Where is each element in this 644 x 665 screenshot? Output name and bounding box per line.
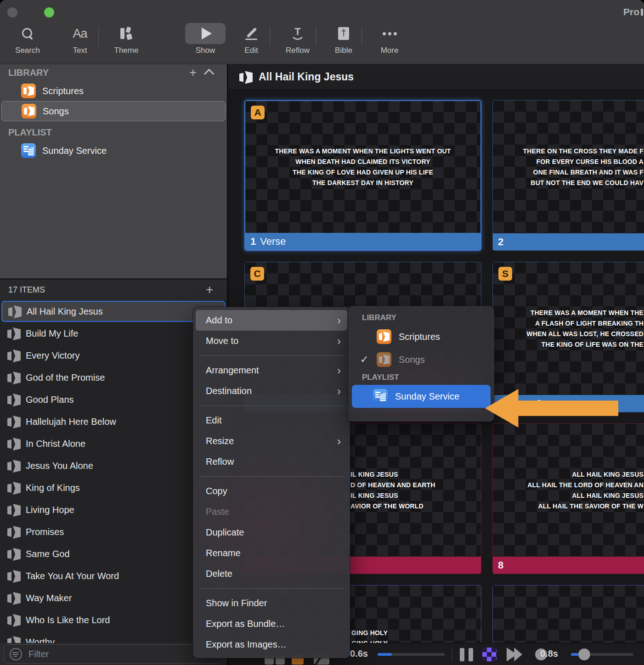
library-item[interactable]: Scriptures (0, 81, 227, 101)
checkmark-icon: ✓ (360, 354, 368, 366)
submenu-chevron-icon: › (337, 436, 341, 447)
slide-lyrics: THERE WAS A MOMENT WHEN THE LIGHTS WENT … (245, 146, 480, 188)
menu-separator (199, 588, 344, 589)
slide-transition-slider[interactable] (378, 653, 445, 656)
toolbar-button[interactable]: T Reflow (276, 23, 320, 55)
context-menu-item[interactable]: Export as Bundle… (196, 614, 347, 634)
pause-icon[interactable] (460, 648, 473, 661)
context-menu-item[interactable]: Resize › (196, 431, 347, 451)
window-title: Pro (623, 6, 643, 17)
theme-icon (119, 27, 133, 40)
add-to-submenu: LIBRARY Scriptures ✓ Songs PLAYLIST Sund… (348, 306, 494, 422)
slide-lyrics: ALL HAIL KING JESUS ALL HAIL THE LORD OF… (493, 469, 644, 512)
document-icon (6, 460, 20, 472)
document-icon (6, 327, 20, 339)
context-menu-item[interactable]: Show in Finder (196, 593, 347, 614)
toolbar-button[interactable]: Theme (104, 23, 148, 55)
context-menu-item[interactable]: Reflow (196, 451, 347, 472)
toolbar-button[interactable]: Edit (229, 23, 273, 55)
context-menu-item[interactable]: Edit (196, 410, 347, 431)
playlist-icon (21, 143, 36, 158)
slide-lyrics: THERE ON THE CROSS THEY MADE F FOR EVERY… (493, 146, 644, 188)
group-hotkey-badge: A (251, 106, 265, 119)
context-menu: Add to › Move to › Arrangement › Destina… (193, 307, 350, 658)
slide-transition-time: 0.6s (350, 648, 368, 659)
document-icon (6, 394, 20, 406)
slide-cell[interactable]: A THERE WAS A MOMENT WHEN THE LIGHTS WEN… (244, 100, 481, 251)
context-menu-item[interactable]: Duplicate (196, 522, 347, 543)
menu-separator (199, 476, 344, 477)
document-icon (6, 416, 20, 428)
context-menu-item[interactable]: Export as Images… (196, 634, 347, 655)
more-icon (383, 32, 397, 35)
document-icon (7, 305, 21, 317)
media-transition-time: 0.8s (540, 648, 558, 659)
document-icon (6, 526, 20, 538)
context-menu-item[interactable]: Copy (196, 481, 347, 502)
toolbar-button[interactable]: Aa Text (58, 23, 102, 55)
skip-next-icon[interactable] (507, 648, 522, 661)
context-menu-item[interactable]: Rename (196, 543, 347, 564)
traffic-lights (7, 7, 54, 17)
toolbar-button[interactable]: Bible (322, 23, 366, 55)
context-menu-item[interactable]: Paste (196, 502, 347, 522)
bible-icon (338, 27, 349, 40)
context-menu-item[interactable]: Arrangement › (196, 360, 347, 381)
slide-cell[interactable]: ALL HAIL KING JESUS ALL HAIL THE LORD OF… (492, 423, 644, 574)
slider-knob[interactable] (578, 648, 590, 660)
document-icon (6, 614, 20, 626)
context-menu-item[interactable]: Move to › (196, 331, 347, 351)
collapse-chevron-icon[interactable] (204, 69, 215, 79)
song-item[interactable]: All Hail King Jesus (1, 301, 226, 322)
slide-preview: S THERE WAS A MOMENT WHEN THE A FLASH OF… (493, 262, 644, 395)
submenu-chevron-icon: › (337, 315, 341, 326)
library-icon (21, 84, 36, 98)
add-item-icon[interactable]: + (200, 284, 219, 296)
document-icon (6, 504, 20, 516)
playlist-icon (373, 389, 388, 404)
document-icon (6, 349, 20, 361)
context-menu-item[interactable]: Destination › (196, 381, 347, 401)
toolbar-button[interactable]: Search (6, 23, 50, 55)
menu-separator (199, 355, 344, 356)
context-menu-item[interactable]: Add to › (196, 310, 347, 331)
add-library-icon[interactable]: + (184, 67, 202, 79)
transition-style-icon[interactable] (482, 648, 497, 661)
slide-label-bar: 8 (493, 557, 644, 574)
submenu-item-scriptures[interactable]: Scriptures (348, 325, 494, 348)
svg-text:T: T (294, 27, 301, 37)
document-icon (6, 570, 20, 582)
group-hotkey-badge: C (250, 267, 264, 281)
toolbar-button[interactable]: More (367, 23, 412, 55)
slide-cell[interactable]: THERE ON THE CROSS THEY MADE F FOR EVERY… (492, 100, 644, 251)
library-header: LIBRARY + (0, 64, 227, 81)
search-icon (22, 28, 33, 39)
filter-icon (10, 648, 22, 660)
media-transition-slider[interactable] (571, 653, 633, 656)
document-icon (6, 438, 20, 450)
submenu-library-header: LIBRARY (348, 311, 494, 325)
slide-lyrics: THERE WAS A MOMENT WHEN THE A FLASH OF L… (493, 308, 644, 350)
playlist-header: PLAYLIST (0, 124, 227, 141)
submenu-item-sunday-service[interactable]: Sunday Service (352, 385, 491, 408)
close-button[interactable] (7, 7, 17, 17)
submenu-chevron-icon: › (337, 386, 341, 397)
library-icon (377, 329, 391, 344)
toolbar-button[interactable]: Show (183, 23, 227, 55)
items-count-header: 17 ITEMS + (0, 278, 227, 300)
document-icon (6, 372, 20, 383)
zoom-button[interactable] (44, 7, 54, 17)
play-icon (202, 28, 212, 39)
filter-input[interactable] (28, 648, 217, 660)
submenu-item-songs[interactable]: ✓ Songs (348, 348, 494, 371)
document-icon (6, 636, 20, 643)
playlist-item[interactable]: Sunday Service (0, 141, 227, 161)
minimize-button[interactable] (26, 7, 36, 17)
presentation-title: All Hail King Jesus (259, 71, 354, 83)
document-icon (238, 71, 252, 83)
slide-cell[interactable]: S THERE WAS A MOMENT WHEN THE A FLASH OF… (492, 262, 644, 412)
pencil-icon (244, 27, 258, 40)
reflow-icon: T (290, 27, 305, 40)
context-menu-item[interactable]: Delete (196, 564, 347, 584)
library-item[interactable]: Songs (1, 101, 226, 121)
